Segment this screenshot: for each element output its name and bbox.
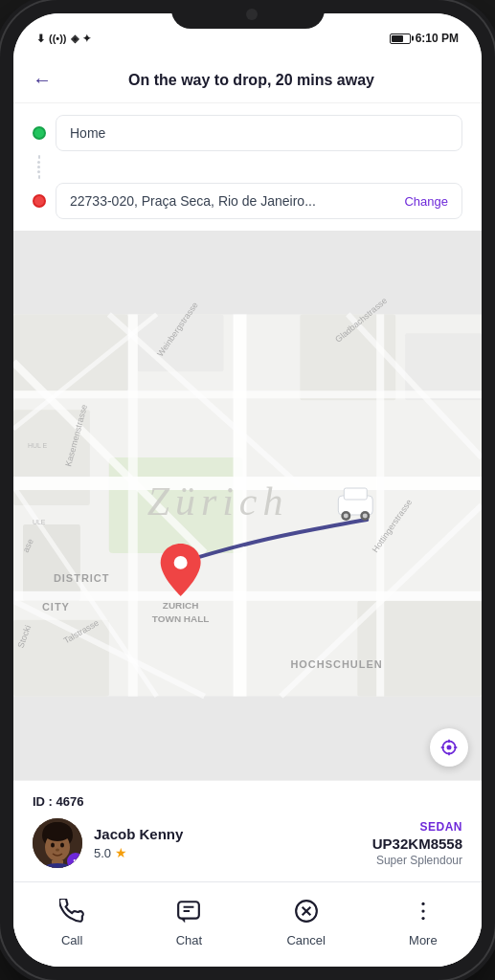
svg-point-47 [447, 746, 450, 748]
svg-point-68 [421, 909, 424, 912]
heart-badge: ♥ [67, 853, 82, 868]
location-icon: ◈ [71, 33, 79, 45]
svg-rect-15 [376, 314, 384, 696]
phone-screen: ⬇ ((•)) ◈ ✦ 6:10 PM ← On the way to drop… [13, 13, 482, 967]
svg-rect-6 [23, 524, 80, 601]
call-action[interactable]: Call [38, 894, 105, 947]
destination-input[interactable]: 22733-020, Praça Seca, Rio de Janeiro...… [56, 183, 462, 219]
svg-text:HUL E: HUL E [28, 442, 48, 449]
status-time-battery: 6:10 PM [390, 32, 459, 45]
svg-point-67 [421, 902, 424, 905]
screen-content: ← On the way to drop, 20 mins away Home [13, 56, 482, 967]
location-button[interactable] [430, 728, 468, 767]
driver-row: ♥ Jacob Kenny 5.0 ★ SEDAN UP32KM8558 [33, 818, 462, 868]
more-action[interactable]: More [390, 894, 457, 947]
plate-number: UP32KM8558 [372, 835, 462, 852]
notch [171, 0, 325, 29]
svg-text:TOWN HALL: TOWN HALL [152, 613, 210, 624]
svg-rect-61 [179, 902, 200, 918]
bluetooth-icon: ✦ [82, 33, 91, 45]
svg-rect-41 [344, 488, 367, 500]
origin-row: Home [33, 115, 462, 151]
chat-icon [171, 894, 206, 928]
driver-left: ♥ Jacob Kenny 5.0 ★ [33, 818, 183, 868]
cancel-icon [289, 894, 324, 928]
origin-text: Home [70, 125, 105, 141]
crosshair-icon [439, 738, 459, 757]
driver-panel: ID : 4676 [13, 780, 482, 881]
driver-right: SEDAN UP32KM8558 Super Splendour [372, 820, 462, 867]
svg-text:HOCHSCHULEN: HOCHSCHULEN [290, 658, 382, 670]
svg-text:ZURICH: ZURICH [163, 600, 199, 611]
map-svg: Weinbergstrasse Gladbachstrasse Kasemens… [13, 231, 482, 780]
svg-point-43 [344, 513, 349, 518]
svg-point-58 [56, 849, 59, 852]
svg-point-39 [174, 556, 188, 569]
svg-rect-8 [357, 601, 482, 697]
origin-input[interactable]: Home [56, 115, 462, 151]
driver-name: Jacob Kenny [94, 826, 183, 842]
svg-text:ULE: ULE [33, 519, 46, 525]
cancel-action[interactable]: Cancel [273, 894, 340, 947]
svg-text:CITY: CITY [42, 601, 70, 612]
svg-rect-14 [128, 314, 138, 696]
call-icon [55, 894, 89, 928]
svg-text:Zürich: Zürich [147, 479, 289, 523]
destination-dot [33, 194, 46, 208]
camera [246, 9, 258, 20]
map-container: Weinbergstrasse Gladbachstrasse Kasemens… [13, 231, 482, 780]
header: ← On the way to drop, 20 mins away [13, 56, 482, 103]
chat-action[interactable]: Chat [155, 894, 222, 947]
driver-rating: 5.0 ★ [94, 845, 183, 860]
status-signals: ⬇ ((•)) ◈ ✦ [36, 33, 91, 45]
svg-point-56 [51, 843, 55, 848]
phone-frame: ⬇ ((•)) ◈ ✦ 6:10 PM ← On the way to drop… [0, 0, 495, 980]
svg-point-45 [363, 513, 368, 518]
more-label: More [409, 933, 438, 947]
page-title: On the way to drop, 20 mins away [63, 72, 439, 89]
wifi-icon: ((•)) [49, 33, 67, 44]
battery-icon [390, 33, 411, 44]
driver-avatar: ♥ [33, 818, 82, 868]
cancel-label: Cancel [286, 933, 325, 947]
svg-point-69 [421, 917, 424, 920]
driver-info: Jacob Kenny 5.0 ★ [94, 826, 183, 860]
svg-rect-12 [13, 390, 482, 398]
status-time: 6:10 PM [416, 32, 459, 45]
star-icon: ★ [115, 845, 127, 860]
rating-value: 5.0 [94, 846, 111, 860]
more-icon [406, 894, 440, 928]
trip-id: ID : 4676 [33, 794, 462, 809]
bottom-actions: Call Chat [13, 881, 482, 967]
trip-id-label: ID : [33, 794, 56, 809]
destination-row: 22733-020, Praça Seca, Rio de Janeiro...… [33, 183, 462, 219]
destination-text: 22733-020, Praça Seca, Rio de Janeiro... [70, 193, 316, 209]
route-section: Home 22733-020, Praça Seca, Rio [13, 103, 482, 231]
call-label: Call [61, 933, 82, 947]
svg-text:DISTRICT: DISTRICT [54, 572, 110, 584]
charging-icon: ⬇ [36, 33, 45, 45]
svg-point-57 [60, 843, 64, 848]
trip-id-value: 4676 [56, 794, 84, 809]
svg-point-55 [43, 822, 72, 841]
origin-dot [33, 126, 46, 140]
change-link[interactable]: Change [404, 194, 448, 209]
back-button[interactable]: ← [33, 69, 52, 91]
car-model: Super Splendour [372, 854, 462, 867]
car-type: SEDAN [372, 820, 462, 834]
chat-label: Chat [176, 933, 202, 947]
